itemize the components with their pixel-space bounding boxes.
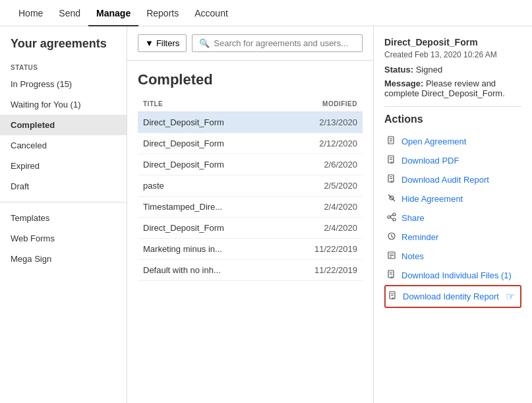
action-item-reminder[interactable]: Reminder — [384, 228, 521, 247]
sidebar-title: Your agreements — [0, 37, 127, 59]
detail-created: Created Feb 13, 2020 10:26 AM — [384, 50, 521, 59]
agreements-area: ▼ Filters 🔍 Completed TITLE MODIFIED Dir… — [127, 26, 374, 403]
action-label: Download Identity Report — [403, 292, 499, 301]
action-icon — [387, 136, 396, 147]
nav-send[interactable]: Send — [51, 0, 88, 26]
nav-reports[interactable]: Reports — [138, 0, 187, 26]
agreements-table: TITLE MODIFIED Direct_Deposit_Form 2/13/… — [138, 96, 363, 281]
row-title: Default with no inh... — [138, 260, 280, 281]
row-modified: 11/22/2019 — [280, 239, 363, 260]
sidebar-item-templates[interactable]: Templates — [0, 208, 127, 228]
table-row[interactable]: Direct_Deposit_Form 2/6/2020 — [138, 154, 363, 175]
row-title: Direct_Deposit_Form — [138, 154, 280, 175]
action-item-share[interactable]: Share — [384, 208, 521, 228]
sidebar-item-completed[interactable]: Completed — [0, 115, 127, 135]
row-modified: 2/6/2020 — [280, 154, 363, 175]
sidebar-divider — [0, 202, 127, 202]
svg-point-16 — [393, 218, 396, 221]
action-icon — [387, 251, 396, 262]
search-input[interactable] — [214, 38, 355, 48]
action-item-hide-agreement[interactable]: Hide Agreement — [384, 189, 521, 208]
detail-divider — [384, 106, 521, 107]
nav-account[interactable]: Account — [187, 0, 236, 26]
action-icon — [388, 291, 398, 302]
search-icon: 🔍 — [199, 38, 210, 48]
col-title: TITLE — [138, 96, 280, 112]
action-label: Reminder — [401, 232, 438, 242]
action-icon — [387, 193, 396, 204]
agreements-section-title: Completed — [138, 71, 363, 88]
row-modified: 2/12/2020 — [280, 133, 363, 154]
row-modified: 2/4/2020 — [280, 218, 363, 239]
svg-point-15 — [388, 216, 390, 218]
message-label: Message: — [384, 78, 423, 88]
svg-line-21 — [392, 237, 394, 238]
action-icon — [387, 232, 396, 243]
row-title: Direct_Deposit_Form — [138, 112, 280, 133]
cursor-icon: ☞ — [506, 290, 515, 303]
action-label: Open Agreement — [401, 137, 466, 146]
action-icon — [387, 174, 396, 185]
table-row[interactable]: Marketing minus in... 11/22/2019 — [138, 239, 363, 260]
table-row[interactable]: Direct_Deposit_Form 2/12/2020 — [138, 133, 363, 154]
sidebar-item-webforms[interactable]: Web Forms — [0, 228, 127, 249]
detail-filename: Direct_Deposit_Form — [384, 37, 521, 47]
action-item-open-agreement[interactable]: Open Agreement — [384, 132, 521, 151]
filter-icon: ▼ — [145, 38, 154, 48]
action-label: Download Audit Report — [401, 175, 489, 185]
row-title: Direct_Deposit_Form — [138, 218, 280, 239]
action-label: Hide Agreement — [401, 194, 463, 204]
action-label: Download Individual Files (1) — [401, 270, 512, 280]
row-modified: 2/4/2020 — [280, 197, 363, 218]
sidebar-item-canceled[interactable]: Canceled — [0, 135, 127, 156]
sidebar-item-waitingforyou[interactable]: Waiting for You (1) — [0, 94, 127, 115]
svg-line-17 — [390, 215, 393, 216]
table-row[interactable]: Direct_Deposit_Form 2/13/2020 — [138, 112, 363, 133]
action-item-notes[interactable]: Notes — [384, 247, 521, 266]
sidebar: Your agreements STATUS In Progress (15) … — [0, 26, 127, 403]
row-title: paste — [138, 175, 280, 197]
row-title: Timestamped_Dire... — [138, 197, 280, 218]
row-modified: 2/5/2020 — [280, 175, 363, 197]
table-row[interactable]: Direct_Deposit_Form 2/4/2020 — [138, 218, 363, 239]
sidebar-status-label: STATUS — [0, 59, 127, 74]
col-modified: MODIFIED — [280, 96, 363, 112]
action-label: Share — [401, 213, 425, 223]
detail-panel: Direct_Deposit_Form Created Feb 13, 2020… — [374, 26, 532, 403]
agreements-header: ▼ Filters 🔍 — [127, 26, 373, 61]
sidebar-item-inprogress[interactable]: In Progress (15) — [0, 74, 127, 94]
row-modified: 11/22/2019 — [280, 260, 363, 281]
table-row[interactable]: Default with no inh... 11/22/2019 — [138, 260, 363, 281]
table-row[interactable]: paste 2/5/2020 — [138, 175, 363, 197]
table-row[interactable]: Timestamped_Dire... 2/4/2020 — [138, 197, 363, 218]
sidebar-item-draft[interactable]: Draft — [0, 176, 127, 197]
sidebar-item-megasign[interactable]: Mega Sign — [0, 249, 127, 269]
row-title: Direct_Deposit_Form — [138, 133, 280, 154]
action-item-download-identity-report[interactable]: Download Identity Report ☞ — [384, 285, 521, 308]
detail-status: Status: Signed — [384, 65, 521, 75]
action-label: Download PDF — [401, 156, 459, 166]
action-item-download-individual-files-1[interactable]: Download Individual Files (1) — [384, 266, 521, 285]
actions-title: Actions — [384, 113, 521, 125]
filter-button[interactable]: ▼ Filters — [138, 34, 187, 52]
row-modified: 2/13/2020 — [280, 112, 363, 133]
sidebar-item-expired[interactable]: Expired — [0, 156, 127, 176]
search-box: 🔍 — [192, 34, 363, 52]
filter-label: Filters — [156, 38, 179, 48]
action-icon — [387, 155, 396, 166]
row-title: Marketing minus in... — [138, 239, 280, 260]
status-label: Status: — [384, 65, 413, 75]
action-item-download-audit-report[interactable]: Download Audit Report — [384, 170, 521, 189]
agreements-content: Completed TITLE MODIFIED Direct_Deposit_… — [127, 61, 373, 403]
svg-point-14 — [393, 213, 396, 216]
nav-home[interactable]: Home — [11, 0, 51, 26]
action-item-download-pdf[interactable]: Download PDF — [384, 151, 521, 170]
svg-line-18 — [390, 218, 393, 219]
action-icon — [387, 270, 396, 281]
action-icon — [387, 212, 396, 224]
main-container: Your agreements STATUS In Progress (15) … — [0, 26, 532, 403]
actions-list: Open Agreement Download PDF Download Aud… — [384, 132, 521, 308]
status-value: Signed — [416, 65, 442, 75]
action-label: Notes — [401, 251, 424, 261]
nav-manage[interactable]: Manage — [88, 0, 138, 26]
